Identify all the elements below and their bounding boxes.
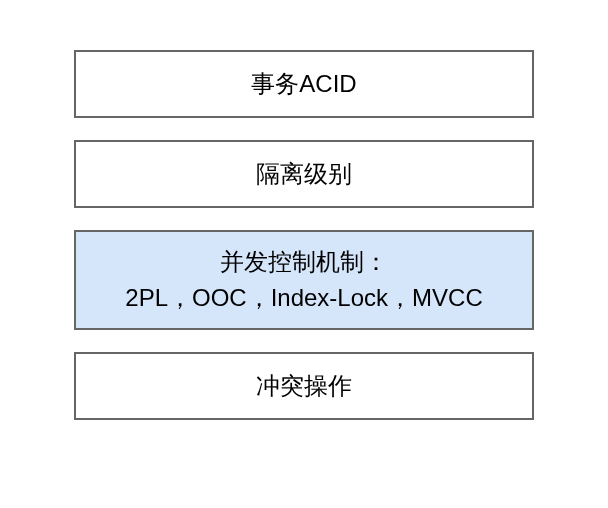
layer-label: 并发控制机制： 2PL，OOC，Index-Lock，MVCC [125, 244, 482, 316]
layer-box-acid: 事务ACID [74, 50, 534, 118]
layer-box-isolation: 隔离级别 [74, 140, 534, 208]
layer-box-concurrency-control: 并发控制机制： 2PL，OOC，Index-Lock，MVCC [74, 230, 534, 330]
layer-box-conflict-ops: 冲突操作 [74, 352, 534, 420]
layer-label: 冲突操作 [256, 368, 352, 404]
layer-label: 事务ACID [251, 66, 356, 102]
layer-label: 隔离级别 [256, 156, 352, 192]
